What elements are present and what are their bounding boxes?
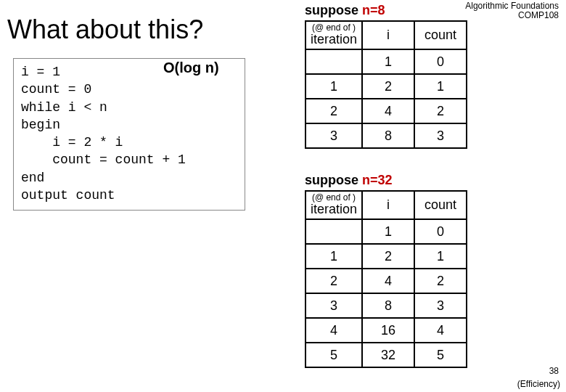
slide-title: What about this? bbox=[7, 15, 203, 45]
table-row: 4164 bbox=[305, 318, 467, 343]
trace-table-n8: (@ end of ) iteration i count 1012124238… bbox=[305, 20, 467, 149]
cell-iter bbox=[305, 49, 362, 74]
table-row: 242 bbox=[305, 269, 467, 293]
cell-iter: 3 bbox=[305, 123, 362, 148]
endof-label: (@ end of ) bbox=[311, 193, 357, 202]
col-i: i bbox=[362, 21, 414, 49]
footer-label: (Efficiency) bbox=[517, 379, 560, 389]
suppose-n32: suppose n=32 bbox=[305, 173, 393, 188]
cell-i: 8 bbox=[362, 123, 414, 148]
cell-count: 3 bbox=[414, 123, 467, 148]
table-row: 10 bbox=[305, 49, 467, 74]
course-code: COMP108 bbox=[465, 11, 559, 20]
cell-count: 2 bbox=[414, 99, 467, 123]
code-listing: i = 1 count = 0 while i < n begin i = 2 … bbox=[21, 63, 237, 204]
col-count: count bbox=[414, 191, 467, 219]
cell-iter: 2 bbox=[305, 269, 362, 293]
cell-count: 3 bbox=[414, 293, 467, 318]
cell-i: 2 bbox=[362, 244, 414, 269]
cell-iter: 5 bbox=[305, 343, 362, 367]
cell-count: 0 bbox=[414, 49, 467, 74]
col-iteration: (@ end of ) iteration bbox=[305, 21, 362, 49]
n-value-32: n=32 bbox=[362, 173, 393, 187]
trace-table-n32: (@ end of ) iteration i count 1012124238… bbox=[305, 190, 467, 368]
suppose-prefix: suppose bbox=[305, 173, 362, 187]
cell-iter: 2 bbox=[305, 99, 362, 123]
cell-iter: 1 bbox=[305, 74, 362, 99]
cell-count: 1 bbox=[414, 244, 467, 269]
cell-i: 16 bbox=[362, 318, 414, 343]
trace-body-n32: 1012124238341645325 bbox=[305, 219, 467, 367]
cell-count: 0 bbox=[414, 219, 467, 244]
cell-count: 5 bbox=[414, 343, 467, 367]
cell-iter bbox=[305, 219, 362, 244]
cell-i: 4 bbox=[362, 269, 414, 293]
cell-iter: 4 bbox=[305, 318, 362, 343]
col-count: count bbox=[414, 21, 467, 49]
suppose-prefix: suppose bbox=[305, 3, 362, 17]
cell-i: 8 bbox=[362, 293, 414, 318]
cell-i: 4 bbox=[362, 99, 414, 123]
iteration-label: iteration bbox=[311, 32, 357, 46]
cell-count: 1 bbox=[414, 74, 467, 99]
cell-i: 1 bbox=[362, 219, 414, 244]
course-name: Algorithmic Foundations bbox=[465, 1, 559, 11]
cell-count: 2 bbox=[414, 269, 467, 293]
cell-count: 4 bbox=[414, 318, 467, 343]
trace-body-n8: 10121242383 bbox=[305, 49, 467, 148]
complexity-label: O(log n) bbox=[163, 60, 219, 76]
suppose-n8: suppose n=8 bbox=[305, 3, 385, 18]
iteration-label: iteration bbox=[311, 202, 357, 216]
cell-iter: 3 bbox=[305, 293, 362, 318]
table-row: 5325 bbox=[305, 343, 467, 367]
course-header: Algorithmic Foundations COMP108 bbox=[465, 1, 559, 20]
col-i: i bbox=[362, 191, 414, 219]
table-row: 121 bbox=[305, 74, 467, 99]
table-row: 242 bbox=[305, 99, 467, 123]
col-iteration: (@ end of ) iteration bbox=[305, 191, 362, 219]
n-value-8: n=8 bbox=[362, 3, 385, 17]
table-row: 383 bbox=[305, 123, 467, 148]
cell-i: 2 bbox=[362, 74, 414, 99]
cell-i: 1 bbox=[362, 49, 414, 74]
cell-i: 32 bbox=[362, 343, 414, 367]
slide-number: 38 bbox=[549, 366, 559, 376]
table-row: 383 bbox=[305, 293, 467, 318]
endof-label: (@ end of ) bbox=[311, 23, 357, 32]
code-box: i = 1 count = 0 while i < n begin i = 2 … bbox=[13, 58, 245, 211]
table-row: 10 bbox=[305, 219, 467, 244]
cell-iter: 1 bbox=[305, 244, 362, 269]
table-row: 121 bbox=[305, 244, 467, 269]
